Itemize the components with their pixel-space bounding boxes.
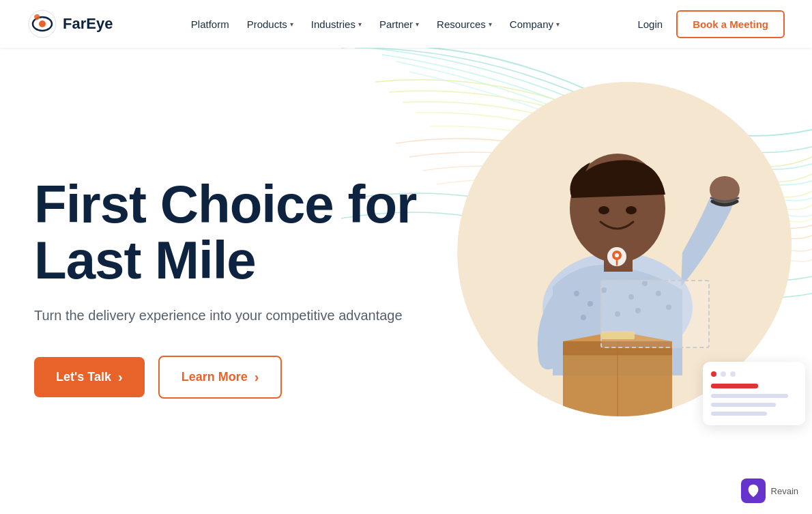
chevron-down-icon: ▾ <box>416 20 419 28</box>
card-bar-gray3 <box>711 412 767 416</box>
nav-label-platform: Platform <box>191 18 229 30</box>
nav-item-company[interactable]: Company ▾ <box>503 14 566 34</box>
hero-section: First Choice for Last Mile Turn the deli… <box>0 48 812 514</box>
lets-talk-button[interactable]: Let's Talk › <box>34 357 145 397</box>
nav-link-resources[interactable]: Resources ▾ <box>430 14 499 34</box>
login-link[interactable]: Login <box>637 18 663 30</box>
nav-item-products[interactable]: Products ▾ <box>240 14 300 34</box>
chevron-down-icon: ▾ <box>489 20 492 28</box>
nav-link-company[interactable]: Company ▾ <box>503 14 566 34</box>
hero-title: First Choice for Last Mile <box>34 177 450 289</box>
nav-link-platform[interactable]: Platform <box>184 14 236 34</box>
nav-item-resources[interactable]: Resources ▾ <box>430 14 499 34</box>
nav-item-industries[interactable]: Industries ▾ <box>304 14 368 34</box>
nav-label-company: Company <box>510 18 553 30</box>
svg-point-27 <box>615 253 619 257</box>
nav-label-resources: Resources <box>437 18 486 30</box>
hero-cta-buttons: Let's Talk › Learn More › <box>34 356 450 399</box>
revain-badge: Revain <box>741 479 798 503</box>
logo-link[interactable]: FarEye <box>27 9 113 39</box>
nav-item-platform[interactable]: Platform <box>184 14 236 34</box>
svg-point-2 <box>39 20 46 27</box>
fareye-logo-icon <box>27 9 57 39</box>
revain-icon-svg <box>746 483 761 498</box>
navbar: FarEye Platform Products ▾ Industries ▾ … <box>0 0 812 48</box>
map-pin-svg <box>606 246 628 268</box>
floating-ui-card <box>703 362 805 425</box>
hero-text-block: First Choice for Last Mile Turn the deli… <box>0 163 450 399</box>
tracking-box-overlay <box>600 280 710 348</box>
revain-label: Revain <box>771 486 798 496</box>
nav-link-industries[interactable]: Industries ▾ <box>304 14 368 34</box>
lets-talk-label: Let's Talk <box>56 370 111 384</box>
chevron-down-icon: ▾ <box>556 20 560 28</box>
nav-label-products: Products <box>247 18 287 30</box>
card-status-dot <box>711 371 716 377</box>
nav-link-partner[interactable]: Partner ▾ <box>373 14 426 34</box>
location-pin-icon <box>606 246 628 268</box>
card-dot3 <box>730 371 736 377</box>
learn-more-button[interactable]: Learn More › <box>158 356 282 399</box>
learn-more-label: Learn More <box>182 370 248 384</box>
card-bar-gray1 <box>711 394 788 398</box>
card-bar-gray2 <box>711 403 776 407</box>
chevron-down-icon: ▾ <box>358 20 362 28</box>
chevron-down-icon: ▾ <box>290 20 293 28</box>
card-bar-red <box>711 384 758 388</box>
card-dot2 <box>721 371 726 377</box>
revain-logo-icon <box>741 479 766 503</box>
nav-label-partner: Partner <box>379 18 413 30</box>
nav-menu: Platform Products ▾ Industries ▾ Partner… <box>184 14 566 34</box>
logo-text: FarEye <box>63 15 113 33</box>
nav-link-products[interactable]: Products ▾ <box>240 14 300 34</box>
arrow-icon: › <box>118 369 123 385</box>
hero-subtitle: Turn the delivery experience into your c… <box>34 305 416 326</box>
nav-actions: Login Book a Meeting <box>637 10 785 38</box>
nav-item-partner[interactable]: Partner ▾ <box>373 14 426 34</box>
arrow-icon: › <box>255 369 259 385</box>
nav-label-industries: Industries <box>311 18 356 30</box>
book-meeting-button[interactable]: Book a Meeting <box>676 10 785 38</box>
